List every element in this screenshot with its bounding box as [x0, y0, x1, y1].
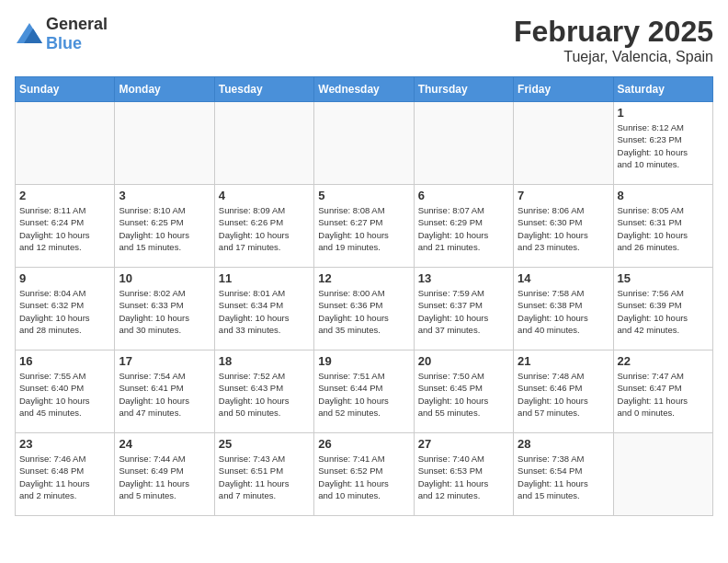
- logo-blue: Blue: [46, 34, 82, 52]
- calendar-cell: 3Sunrise: 8:10 AM Sunset: 6:25 PM Daylig…: [115, 185, 214, 268]
- day-number: 1: [618, 106, 709, 120]
- calendar-cell: 16Sunrise: 7:55 AM Sunset: 6:40 PM Dayli…: [16, 350, 115, 433]
- title-block: February 2025 Tuejar, Valencia, Spain: [514, 15, 713, 65]
- day-number: 4: [219, 189, 310, 202]
- day-number: 25: [219, 437, 310, 451]
- day-number: 24: [119, 437, 210, 451]
- day-info: Sunrise: 7:56 AM Sunset: 6:39 PM Dayligh…: [618, 287, 709, 336]
- calendar-cell: 6Sunrise: 8:07 AM Sunset: 6:29 PM Daylig…: [414, 185, 513, 268]
- calendar-cell: [613, 433, 712, 516]
- logo-general: General: [46, 15, 108, 33]
- calendar-cell: [514, 102, 613, 185]
- day-info: Sunrise: 7:58 AM Sunset: 6:38 PM Dayligh…: [518, 287, 609, 336]
- calendar: SundayMondayTuesdayWednesdayThursdayFrid…: [15, 76, 713, 516]
- day-number: 28: [518, 437, 609, 451]
- week-row-2: 2Sunrise: 8:11 AM Sunset: 6:24 PM Daylig…: [16, 185, 713, 268]
- day-info: Sunrise: 7:41 AM Sunset: 6:52 PM Dayligh…: [318, 453, 409, 501]
- day-header-wednesday: Wednesday: [314, 77, 414, 102]
- day-header-sunday: Sunday: [16, 77, 115, 102]
- day-info: Sunrise: 7:48 AM Sunset: 6:46 PM Dayligh…: [518, 370, 609, 419]
- day-number: 3: [119, 189, 210, 202]
- day-number: 5: [318, 189, 409, 202]
- day-number: 14: [518, 271, 609, 285]
- day-info: Sunrise: 7:40 AM Sunset: 6:53 PM Dayligh…: [418, 453, 509, 501]
- week-row-5: 23Sunrise: 7:46 AM Sunset: 6:48 PM Dayli…: [16, 433, 713, 516]
- calendar-cell: 23Sunrise: 7:46 AM Sunset: 6:48 PM Dayli…: [16, 433, 115, 516]
- calendar-cell: 27Sunrise: 7:40 AM Sunset: 6:53 PM Dayli…: [414, 433, 513, 516]
- day-number: 27: [418, 437, 509, 451]
- week-row-4: 16Sunrise: 7:55 AM Sunset: 6:40 PM Dayli…: [16, 350, 713, 433]
- logo: General Blue: [15, 15, 108, 53]
- day-info: Sunrise: 8:06 AM Sunset: 6:30 PM Dayligh…: [518, 204, 609, 253]
- day-info: Sunrise: 8:12 AM Sunset: 6:23 PM Dayligh…: [618, 121, 709, 170]
- calendar-cell: [214, 102, 313, 185]
- week-row-3: 9Sunrise: 8:04 AM Sunset: 6:32 PM Daylig…: [16, 268, 713, 350]
- day-header-tuesday: Tuesday: [214, 77, 313, 102]
- day-number: 26: [318, 437, 409, 451]
- calendar-cell: 9Sunrise: 8:04 AM Sunset: 6:32 PM Daylig…: [16, 268, 115, 350]
- day-info: Sunrise: 7:51 AM Sunset: 6:44 PM Dayligh…: [318, 370, 409, 419]
- day-header-saturday: Saturday: [613, 77, 712, 102]
- calendar-cell: 2Sunrise: 8:11 AM Sunset: 6:24 PM Daylig…: [16, 185, 115, 268]
- day-number: 11: [219, 271, 310, 285]
- day-info: Sunrise: 8:01 AM Sunset: 6:34 PM Dayligh…: [219, 287, 310, 336]
- day-number: 20: [418, 354, 509, 368]
- day-info: Sunrise: 8:09 AM Sunset: 6:26 PM Dayligh…: [219, 204, 310, 253]
- day-info: Sunrise: 7:59 AM Sunset: 6:37 PM Dayligh…: [418, 287, 509, 336]
- day-number: 15: [618, 271, 709, 285]
- day-info: Sunrise: 8:04 AM Sunset: 6:32 PM Dayligh…: [19, 287, 110, 336]
- calendar-cell: 14Sunrise: 7:58 AM Sunset: 6:38 PM Dayli…: [514, 268, 613, 350]
- calendar-cell: 18Sunrise: 7:52 AM Sunset: 6:43 PM Dayli…: [214, 350, 313, 433]
- calendar-cell: [115, 102, 214, 185]
- day-number: 22: [618, 354, 709, 368]
- day-number: 23: [19, 437, 110, 451]
- day-number: 18: [219, 354, 310, 368]
- day-info: Sunrise: 8:00 AM Sunset: 6:36 PM Dayligh…: [318, 287, 409, 336]
- day-info: Sunrise: 8:05 AM Sunset: 6:31 PM Dayligh…: [618, 204, 709, 253]
- day-number: 17: [119, 354, 210, 368]
- calendar-cell: 17Sunrise: 7:54 AM Sunset: 6:41 PM Dayli…: [115, 350, 214, 433]
- calendar-cell: [314, 102, 414, 185]
- day-info: Sunrise: 7:54 AM Sunset: 6:41 PM Dayligh…: [119, 370, 210, 419]
- day-number: 12: [318, 271, 409, 285]
- day-header-monday: Monday: [115, 77, 214, 102]
- day-number: 16: [19, 354, 110, 368]
- calendar-cell: 28Sunrise: 7:38 AM Sunset: 6:54 PM Dayli…: [514, 433, 613, 516]
- day-info: Sunrise: 8:10 AM Sunset: 6:25 PM Dayligh…: [119, 204, 210, 253]
- day-info: Sunrise: 8:11 AM Sunset: 6:24 PM Dayligh…: [19, 204, 110, 253]
- day-header-friday: Friday: [514, 77, 613, 102]
- day-number: 6: [418, 189, 509, 202]
- day-number: 13: [418, 271, 509, 285]
- day-info: Sunrise: 7:46 AM Sunset: 6:48 PM Dayligh…: [19, 453, 110, 501]
- day-number: 7: [518, 189, 609, 202]
- day-number: 2: [19, 189, 110, 202]
- calendar-cell: 11Sunrise: 8:01 AM Sunset: 6:34 PM Dayli…: [214, 268, 313, 350]
- calendar-cell: 15Sunrise: 7:56 AM Sunset: 6:39 PM Dayli…: [613, 268, 712, 350]
- calendar-cell: 8Sunrise: 8:05 AM Sunset: 6:31 PM Daylig…: [613, 185, 712, 268]
- calendar-cell: 1Sunrise: 8:12 AM Sunset: 6:23 PM Daylig…: [613, 102, 712, 185]
- calendar-header-row: SundayMondayTuesdayWednesdayThursdayFrid…: [16, 77, 713, 102]
- location-title: Tuejar, Valencia, Spain: [514, 49, 713, 65]
- day-number: 21: [518, 354, 609, 368]
- day-header-thursday: Thursday: [414, 77, 513, 102]
- day-info: Sunrise: 7:52 AM Sunset: 6:43 PM Dayligh…: [219, 370, 310, 419]
- day-info: Sunrise: 7:47 AM Sunset: 6:47 PM Dayligh…: [618, 370, 709, 419]
- calendar-cell: [414, 102, 513, 185]
- day-number: 10: [119, 271, 210, 285]
- calendar-cell: 25Sunrise: 7:43 AM Sunset: 6:51 PM Dayli…: [214, 433, 313, 516]
- day-info: Sunrise: 7:50 AM Sunset: 6:45 PM Dayligh…: [418, 370, 509, 419]
- day-info: Sunrise: 8:02 AM Sunset: 6:33 PM Dayligh…: [119, 287, 210, 336]
- calendar-cell: 10Sunrise: 8:02 AM Sunset: 6:33 PM Dayli…: [115, 268, 214, 350]
- calendar-cell: 19Sunrise: 7:51 AM Sunset: 6:44 PM Dayli…: [314, 350, 414, 433]
- calendar-cell: 22Sunrise: 7:47 AM Sunset: 6:47 PM Dayli…: [613, 350, 712, 433]
- calendar-cell: 7Sunrise: 8:06 AM Sunset: 6:30 PM Daylig…: [514, 185, 613, 268]
- calendar-cell: 21Sunrise: 7:48 AM Sunset: 6:46 PM Dayli…: [514, 350, 613, 433]
- calendar-cell: 12Sunrise: 8:00 AM Sunset: 6:36 PM Dayli…: [314, 268, 414, 350]
- calendar-cell: 4Sunrise: 8:09 AM Sunset: 6:26 PM Daylig…: [214, 185, 313, 268]
- calendar-cell: 13Sunrise: 7:59 AM Sunset: 6:37 PM Dayli…: [414, 268, 513, 350]
- header: General Blue February 2025 Tuejar, Valen…: [15, 15, 713, 65]
- calendar-cell: [16, 102, 115, 185]
- day-info: Sunrise: 7:43 AM Sunset: 6:51 PM Dayligh…: [219, 453, 310, 501]
- day-info: Sunrise: 7:55 AM Sunset: 6:40 PM Dayligh…: [19, 370, 110, 419]
- week-row-1: 1Sunrise: 8:12 AM Sunset: 6:23 PM Daylig…: [16, 102, 713, 185]
